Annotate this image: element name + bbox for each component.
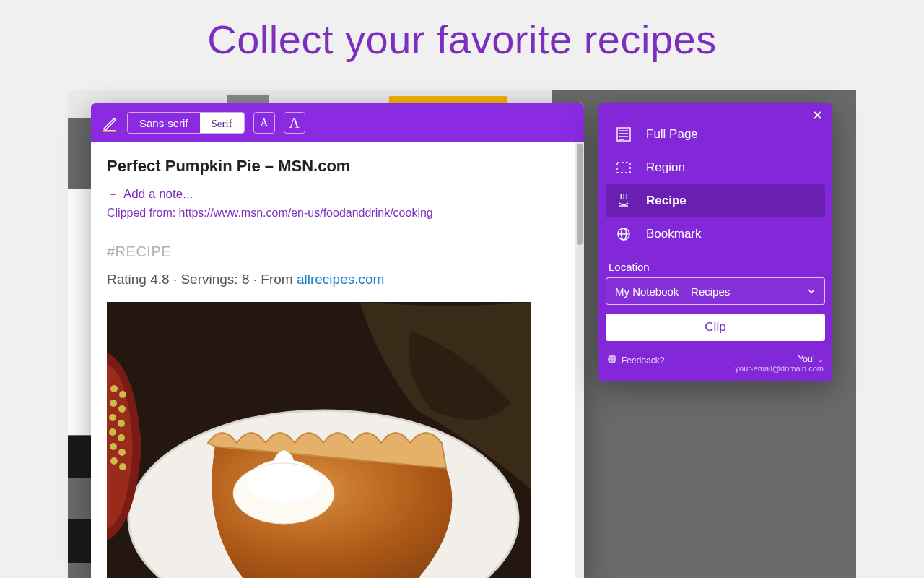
clipped-from: Clipped from: https://www.msn.com/en-us/…	[107, 207, 568, 220]
svg-point-31	[613, 358, 614, 359]
preview-panel: Sans-serif Serif A A Perfect Pumpkin Pie…	[91, 103, 584, 578]
font-style-switch: Sans-serif Serif	[127, 112, 245, 134]
add-note-button[interactable]: ＋ Add a note...	[107, 186, 568, 202]
user-email: your-email@domain.com	[736, 364, 824, 373]
feedback-link[interactable]: Feedback?	[607, 354, 664, 366]
svg-point-9	[110, 400, 117, 407]
recipe-source-link[interactable]: allrecipes.com	[297, 272, 384, 287]
smiley-icon	[607, 354, 617, 366]
svg-point-15	[110, 443, 117, 450]
svg-point-11	[109, 414, 116, 421]
chevron-down-icon	[807, 285, 816, 298]
font-sans-button[interactable]: Sans-serif	[128, 113, 200, 133]
mode-full-page[interactable]: Full Page	[606, 118, 825, 151]
clip-title: Perfect Pumpkin Pie – MSN.com	[107, 157, 568, 176]
chevron-down-icon: ⌄	[817, 355, 824, 363]
mode-bookmark[interactable]: Bookmark	[606, 217, 825, 251]
feedback-label: Feedback?	[622, 355, 664, 366]
svg-point-14	[118, 434, 125, 441]
svg-point-7	[110, 385, 118, 392]
svg-point-30	[610, 358, 611, 359]
svg-point-10	[118, 405, 126, 413]
mode-label: Recipe	[646, 194, 687, 208]
clip-mode-list: Full Page Region Recipe	[606, 118, 825, 251]
plus-icon: ＋	[107, 186, 119, 202]
mode-recipe[interactable]: Recipe	[606, 184, 825, 217]
recipe-image	[107, 302, 531, 578]
font-size-small-button[interactable]: A	[253, 112, 275, 134]
region-icon	[614, 160, 633, 176]
location-label: Location	[606, 251, 825, 277]
preview-body: Perfect Pumpkin Pie – MSN.com ＋ Add a no…	[91, 142, 584, 578]
mode-region[interactable]: Region	[606, 151, 825, 184]
svg-point-17	[110, 457, 118, 465]
svg-rect-24	[617, 163, 630, 173]
svg-point-13	[109, 428, 116, 436]
recipe-meta-line: Rating 4.8 · Servings: 8 · From allrecip…	[107, 272, 568, 288]
mode-label: Bookmark	[646, 227, 702, 241]
svg-point-8	[119, 391, 126, 398]
svg-rect-0	[103, 130, 116, 132]
highlight-icon[interactable]	[101, 114, 118, 131]
svg-point-12	[118, 420, 125, 427]
add-note-label: Add a note...	[123, 187, 193, 202]
svg-point-16	[118, 449, 126, 456]
font-size-large-button[interactable]: A	[284, 112, 305, 134]
page-headline: Collect your favorite recipes	[0, 0, 924, 63]
location-select[interactable]: My Notebook – Recipes	[606, 277, 825, 305]
preview-toolbar: Sans-serif Serif A A	[91, 103, 584, 142]
font-serif-button[interactable]: Serif	[200, 113, 244, 133]
mode-label: Full Page	[646, 127, 698, 142]
mode-label: Region	[646, 160, 685, 175]
bookmark-icon	[614, 226, 633, 242]
clip-button[interactable]: Clip	[606, 314, 825, 341]
location-value: My Notebook – Recipes	[615, 285, 730, 298]
full-page-icon	[614, 126, 633, 142]
svg-point-29	[608, 355, 616, 363]
svg-point-18	[119, 463, 126, 470]
user-menu[interactable]: You!⌄ your-email@domain.com	[736, 354, 824, 373]
recipe-icon	[614, 193, 633, 209]
clipper-sidebar: ✕ Full Page Region	[598, 103, 832, 381]
close-icon[interactable]: ✕	[809, 108, 825, 124]
recipe-tag: #RECIPE	[107, 243, 568, 260]
